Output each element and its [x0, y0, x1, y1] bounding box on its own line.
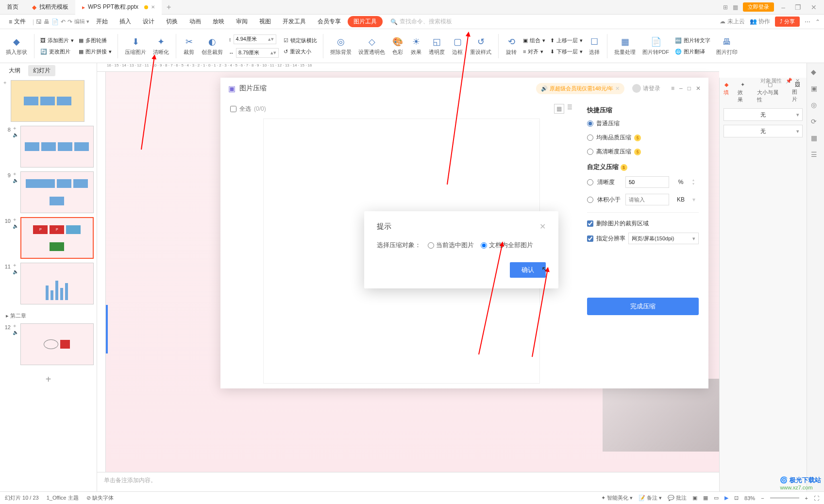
dialog-menu-icon[interactable]: ≡: [671, 85, 674, 92]
menu-devtools[interactable]: 开发工具: [278, 16, 311, 28]
transparency-button[interactable]: ◱透明度: [427, 36, 447, 56]
set-dpi-checkbox[interactable]: [587, 235, 593, 242]
all-images-radio[interactable]: 文档内全部图片: [481, 241, 533, 250]
zoom-value[interactable]: 83%: [744, 495, 755, 501]
confirm-button[interactable]: 确认: [510, 262, 546, 278]
apps-icon[interactable]: ▦: [733, 4, 738, 11]
slide-thumb[interactable]: [20, 323, 94, 365]
tab-template[interactable]: ◆找稻壳模板: [25, 0, 75, 15]
add-slide-button[interactable]: +: [3, 369, 94, 390]
align-button[interactable]: ≡ 对齐 ▾: [522, 47, 546, 56]
fullscreen-icon[interactable]: ⛶: [814, 495, 819, 501]
outline-tab[interactable]: 大纲: [4, 65, 25, 76]
to-text-button[interactable]: 🔤 图片转文字: [674, 36, 711, 45]
lock-ratio-checkbox[interactable]: ☑ 锁定纵横比: [283, 36, 318, 45]
dialog-close-icon[interactable]: ✕: [696, 85, 701, 92]
delete-crop-checkbox[interactable]: [587, 220, 593, 227]
tab-home[interactable]: 首页: [0, 0, 25, 15]
list-view-icon[interactable]: ☰: [567, 104, 572, 114]
slide-thumb[interactable]: [11, 80, 84, 122]
set-transparent-button[interactable]: ◇设置透明色: [356, 36, 387, 56]
view-reading-icon[interactable]: ▭: [714, 495, 719, 501]
view-normal-icon[interactable]: ▣: [692, 495, 697, 501]
qat-preview-icon[interactable]: 📄: [51, 18, 59, 25]
menu-image-tools[interactable]: 图片工具: [348, 16, 383, 27]
slide-thumb-selected[interactable]: PP: [20, 217, 94, 259]
notes-button[interactable]: 📝 备注 ▾: [639, 494, 662, 502]
to-pdf-button[interactable]: 📄图片转PDF: [640, 36, 671, 56]
reset-style-button[interactable]: ↺重设样式: [468, 36, 493, 56]
qat-redo-icon[interactable]: ↷: [67, 18, 72, 25]
grid-view-icon[interactable]: ▦: [554, 104, 564, 114]
command-search[interactable]: 🔍 查找命令、搜索模板: [390, 17, 452, 26]
border-button[interactable]: ▢边框: [450, 36, 465, 56]
select-button[interactable]: ☐选择: [587, 36, 602, 56]
qat-undo-icon[interactable]: ↶: [61, 18, 66, 25]
tab-current-file[interactable]: ▸WPS PPT教程.pptx ✕: [75, 0, 162, 15]
combine-button[interactable]: ▣ 组合 ▾: [522, 36, 546, 45]
pin-icon[interactable]: 📌: [786, 78, 792, 84]
move-down-button[interactable]: ⬇ 下移一层 ▾: [549, 47, 584, 56]
menu-slideshow[interactable]: 放映: [208, 16, 229, 28]
change-image-button[interactable]: 🔄 更改图片: [39, 47, 75, 56]
property-select-2[interactable]: 无: [723, 125, 803, 137]
close-window-icon[interactable]: ✕: [808, 3, 819, 11]
zoom-out-icon[interactable]: −: [761, 495, 764, 501]
restore-icon[interactable]: ❐: [792, 3, 804, 11]
move-up-button[interactable]: ⬆ 上移一层 ▾: [549, 36, 584, 45]
effect-button[interactable]: ☀效果: [408, 36, 424, 56]
close-panel-icon[interactable]: ✕: [795, 78, 800, 84]
more-icon[interactable]: ⋯: [805, 18, 810, 25]
sharpen-button[interactable]: ✦清晰化: [151, 36, 171, 56]
print-image-button[interactable]: 🖶图片打印: [714, 36, 740, 56]
side-tool-3-icon[interactable]: ◎: [811, 101, 821, 111]
height-input[interactable]: 4.94厘米▴▾: [234, 34, 276, 44]
current-image-radio[interactable]: 当前选中图片: [428, 241, 474, 250]
effect-tab[interactable]: ✦效果: [738, 82, 748, 103]
comments-button[interactable]: 💬 批注: [668, 494, 687, 502]
batch-button[interactable]: ▦批量处理: [612, 36, 638, 56]
menu-view[interactable]: 视图: [254, 16, 276, 28]
add-tab-button[interactable]: +: [162, 3, 176, 12]
dialog-minimize-icon[interactable]: –: [679, 85, 683, 92]
grid-icon[interactable]: ⊞: [723, 4, 728, 11]
menu-review[interactable]: 审阅: [231, 16, 252, 28]
creative-crop-button[interactable]: ◐创意裁剪: [200, 36, 225, 56]
hd-compress-radio[interactable]: [587, 149, 593, 155]
width-input[interactable]: 8.79厘米▴▾: [236, 48, 279, 58]
translate-button[interactable]: 🌐 图片翻译: [674, 47, 711, 56]
size-radio[interactable]: [587, 197, 593, 203]
crop-button[interactable]: ✂裁剪: [181, 36, 197, 56]
balanced-compress-radio[interactable]: [587, 134, 593, 141]
expand-icon[interactable]: ⌃: [815, 18, 820, 25]
collab-button[interactable]: 👥 协作: [750, 17, 770, 26]
close-icon[interactable]: ✕: [151, 4, 155, 10]
missing-font[interactable]: ⊘ 缺失字体: [86, 494, 114, 502]
view-sorter-icon[interactable]: ▦: [703, 495, 708, 501]
notes-area[interactable]: 单击备注添加内容。: [97, 472, 719, 491]
clarity-input[interactable]: [625, 176, 669, 188]
property-select-1[interactable]: 无: [723, 108, 803, 121]
menu-start[interactable]: 开始: [91, 16, 113, 28]
slide-thumb[interactable]: [20, 171, 94, 213]
menu-animation[interactable]: 动画: [185, 16, 206, 28]
complete-compress-button[interactable]: 完成压缩: [587, 298, 699, 315]
zoom-fit-icon[interactable]: ⊡: [734, 495, 739, 501]
select-all-checkbox[interactable]: [230, 106, 236, 112]
side-tool-6-icon[interactable]: ☰: [811, 151, 821, 160]
color-button[interactable]: 🎨色彩: [390, 36, 405, 56]
side-tool-4-icon[interactable]: ⟳: [811, 118, 821, 127]
remove-bg-button[interactable]: ◎抠除背景: [328, 36, 353, 56]
add-image-button[interactable]: 🖼 添加图片 ▾: [39, 36, 75, 45]
menu-insert[interactable]: 插入: [115, 16, 136, 28]
play-icon[interactable]: ▶: [724, 495, 728, 501]
slide-thumb[interactable]: [20, 126, 94, 168]
login-button[interactable]: 立即登录: [743, 2, 774, 12]
menu-transition[interactable]: 切换: [161, 16, 183, 28]
reset-size-button[interactable]: ↺ 重设大小: [283, 47, 318, 56]
dialog-maximize-icon[interactable]: □: [688, 85, 691, 92]
promo-close-icon[interactable]: ✕: [615, 85, 620, 92]
insert-shape-button[interactable]: ◆插入形状: [4, 36, 29, 56]
side-tool-1-icon[interactable]: ◆: [811, 68, 821, 78]
zoom-in-icon[interactable]: +: [805, 495, 808, 501]
